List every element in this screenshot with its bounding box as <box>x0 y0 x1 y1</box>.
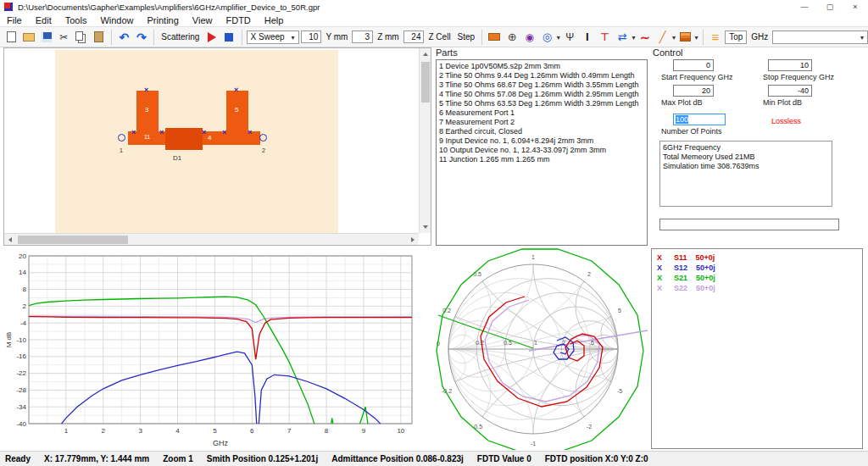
port-icon[interactable] <box>521 29 537 46</box>
menu-item-fdtd[interactable]: FDTD <box>219 14 257 26</box>
save-icon[interactable] <box>38 29 54 46</box>
part-item[interactable]: 2 Tline 50 Ohms 9.44 Deg 1.26mm Width 0.… <box>439 71 644 80</box>
current-probe-icon[interactable] <box>580 29 596 46</box>
smith-grid-label: 5 <box>618 308 621 313</box>
legend-impedance: 50+0j <box>696 283 715 293</box>
svg-text:3: 3 <box>138 427 142 435</box>
via-icon[interactable] <box>504 29 520 46</box>
schematic-canvas[interactable]: 3 5 4 11 D1 1 2 <box>55 50 338 233</box>
number-of-points-input[interactable]: 100 <box>673 114 726 125</box>
parts-list[interactable]: 1 Device 1p0V50M5.s2p 2mm 3mm2 Tline 50 … <box>436 59 648 246</box>
menu-item-window[interactable]: Window <box>93 14 140 26</box>
maximize-button[interactable]: ▢ <box>817 0 843 14</box>
menu-item-edit[interactable]: Edit <box>29 14 58 26</box>
part-item[interactable]: 7 Measurement Port 2 <box>439 118 644 127</box>
wave-source-icon[interactable] <box>637 29 654 46</box>
marker-icon[interactable] <box>539 29 555 46</box>
frequency-select[interactable] <box>772 31 868 44</box>
legend-entry-s22[interactable]: XS2250+0j <box>657 283 857 293</box>
scroll-up-icon[interactable] <box>423 53 428 56</box>
smith-chart[interactable]: 10.520.25-0.5-1-2-0.2-500.20.5125 <box>419 248 648 450</box>
run-button[interactable] <box>203 29 220 46</box>
vertical-scrollbar[interactable] <box>419 48 431 233</box>
device-shape[interactable] <box>165 128 203 150</box>
chevron-down-icon[interactable] <box>695 32 698 42</box>
stop-button[interactable] <box>221 29 237 46</box>
chevron-down-icon[interactable] <box>557 32 560 42</box>
minimize-button[interactable]: — <box>792 0 817 14</box>
cut-icon[interactable] <box>56 29 72 46</box>
min-plot-label: Min Plot dB <box>763 98 802 107</box>
chevron-down-icon[interactable] <box>672 32 676 42</box>
new-file-icon[interactable] <box>3 29 19 46</box>
part-item[interactable]: 6 Measurement Port 1 <box>439 108 644 118</box>
smith-grid-label: -1 <box>531 441 536 447</box>
min-plot-input[interactable]: -40 <box>768 85 812 97</box>
redo-icon[interactable] <box>134 29 150 46</box>
magnitude-plot[interactable]: 12345678910201482-4-10-16-22-28-34-40M d… <box>3 249 417 449</box>
control-title: Control <box>653 47 863 59</box>
part-item[interactable]: 8 Earthed circuit, Closed <box>439 127 644 136</box>
list-icon[interactable] <box>708 29 724 46</box>
part-item[interactable]: 3 Tline 50 Ohms 68.67 Deg 1.26mm Width 3… <box>439 80 644 90</box>
y-mm-label: Y mm <box>326 32 348 42</box>
max-plot-input[interactable]: 20 <box>673 85 714 97</box>
voltage-probe-icon[interactable] <box>562 29 578 46</box>
node-x-icon <box>248 129 252 136</box>
scroll-right-icon[interactable] <box>411 237 415 242</box>
paste-icon[interactable] <box>91 29 107 46</box>
menu-item-help[interactable]: Help <box>258 14 291 26</box>
pin-icon[interactable] <box>597 29 613 46</box>
z-mm-input[interactable]: 3 <box>352 31 373 43</box>
legend-entry-s12[interactable]: XS1250+0j <box>657 263 857 273</box>
menu-item-file[interactable]: File <box>0 14 29 26</box>
vertical-scroll-thumb[interactable] <box>421 62 430 103</box>
part-item[interactable]: 10 Output Device no. 1, 12.43-33.097j 2m… <box>439 146 644 155</box>
part-item[interactable]: 4 Tline 50 Ohms 57.08 Deg 1.26mm Width 2… <box>439 90 644 99</box>
svg-text:4: 4 <box>175 427 180 435</box>
open-folder-icon[interactable] <box>21 29 37 46</box>
control-bottom-input[interactable] <box>659 219 839 230</box>
svg-text:-4: -4 <box>20 319 27 327</box>
port-2-icon[interactable] <box>259 134 267 141</box>
microstrip-icon[interactable] <box>487 29 503 46</box>
undo-icon[interactable] <box>116 29 132 46</box>
y-mm-input[interactable]: 10 <box>301 31 322 43</box>
node-x-icon <box>159 129 164 136</box>
copy-icon[interactable] <box>74 29 90 46</box>
horizontal-scrollbar[interactable] <box>4 233 419 245</box>
part-item[interactable]: 11 Junction 1.265 mm 1.265 mm <box>439 155 644 164</box>
trace-icon[interactable] <box>654 29 670 46</box>
port-1-icon[interactable] <box>118 134 125 141</box>
part-item[interactable]: 1 Device 1p0V50M5.s2p 2mm 3mm <box>439 62 644 71</box>
horizontal-scroll-thumb[interactable] <box>18 236 128 244</box>
layers-icon[interactable] <box>677 29 693 46</box>
scattering-label: Scattering <box>161 32 199 42</box>
z-cell-input[interactable]: 24 <box>403 31 425 43</box>
close-button[interactable]: × <box>843 0 868 14</box>
part-item[interactable]: 5 Tline 50 Ohms 63.53 Deg 1.26mm Width 3… <box>439 99 644 108</box>
svg-text:8: 8 <box>23 286 27 293</box>
stop-frequency-input[interactable]: 10 <box>768 59 812 71</box>
legend-entry-s11[interactable]: XS1150+0j <box>657 252 857 263</box>
part-item[interactable]: 9 Input Device no. 1, 6.094+8.294j 2mm 3… <box>439 136 644 146</box>
toolbar-separator <box>242 30 242 45</box>
sweep-select[interactable]: X Sweep <box>247 31 299 44</box>
menu-item-printing[interactable]: Printing <box>141 14 186 26</box>
layer-view-select[interactable]: Top <box>725 31 747 44</box>
smith-grid-label: 1 <box>534 340 537 346</box>
svg-text:5: 5 <box>213 427 217 435</box>
swap-ports-icon[interactable] <box>615 29 631 46</box>
scroll-left-icon[interactable] <box>8 237 12 242</box>
scroll-down-icon[interactable] <box>423 225 428 229</box>
legend-entry-s21[interactable]: XS2150+0j <box>657 273 857 283</box>
chevron-down-icon[interactable] <box>632 32 636 42</box>
node-x-icon <box>222 129 226 136</box>
menu-item-view[interactable]: View <box>186 14 220 26</box>
app-icon <box>4 3 13 11</box>
start-frequency-input[interactable]: 0 <box>673 59 714 71</box>
max-plot-label: Max Plot dB <box>661 98 703 107</box>
menu-item-tools[interactable]: Tools <box>58 14 94 26</box>
stop-frequency-label: Stop Frequency GHz <box>763 73 834 81</box>
title-bar: D:\User\Documents\Gapher\Examples\Amplif… <box>0 0 868 14</box>
